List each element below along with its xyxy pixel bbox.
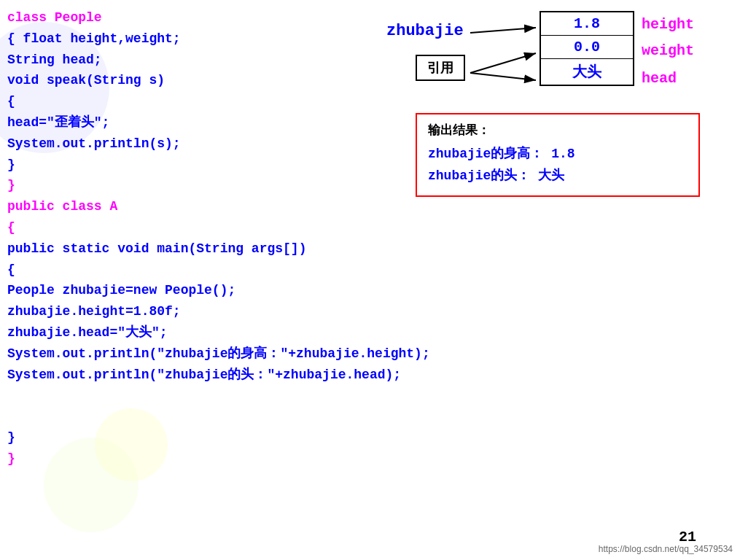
output-line1-val: 1.8 <box>551 147 575 161</box>
zhubajie-label: zhubajie <box>386 22 464 40</box>
head-label: head <box>642 70 677 87</box>
code-line-21: } <box>7 427 430 448</box>
code-block: class People { float height,weight; Stri… <box>0 0 430 470</box>
output-line2-key: zhubajie的头： <box>428 168 530 183</box>
code-line-11: { <box>7 217 430 238</box>
output-line-2: zhubajie的头： 大头 <box>428 166 688 184</box>
output-line-1: zhubajie的身高： 1.8 <box>428 144 688 162</box>
code-line-7: System.out.println(s); <box>7 133 430 155</box>
memory-row-weight: 0.0 <box>541 36 633 59</box>
svg-line-3 <box>470 73 536 80</box>
output-box: 输出结果： zhubajie的身高： 1.8 zhubajie的头： 大头 <box>416 113 700 197</box>
code-line-10: public class A <box>7 196 430 217</box>
code-line-8: } <box>7 155 430 176</box>
output-line2-val: 大头 <box>538 168 564 183</box>
code-line-9: } <box>7 175 430 196</box>
memory-row-head: 大头 <box>541 59 633 85</box>
code-line-4: void speak(String s) <box>7 70 430 91</box>
code-line-6: head="歪着头"; <box>7 112 430 133</box>
memory-box: 1.8 0.0 大头 <box>540 11 634 86</box>
code-line-2: { float height,weight; <box>7 28 430 50</box>
code-line-3: String head; <box>7 50 430 71</box>
code-line-22: } <box>7 448 430 470</box>
code-blank-1 <box>7 385 430 406</box>
page-number: 21 <box>679 529 696 545</box>
code-line-13: { <box>7 260 430 281</box>
height-label: height <box>642 16 694 33</box>
code-line-14: People zhubajie=new People(); <box>7 280 430 301</box>
code-line-17: System.out.println("zhubajie的身高："+zhubaj… <box>7 343 430 365</box>
code-blank-2 <box>7 406 430 427</box>
memory-row-height: 1.8 <box>541 12 633 36</box>
code-line-1: class People <box>7 7 430 28</box>
code-line-5: { <box>7 91 430 112</box>
page-url: https://blog.csdn.net/qq_34579534 <box>599 544 733 554</box>
yinyong-box: 引用 <box>416 55 465 81</box>
code-line-18: System.out.println("zhubajie的头："+zhubaji… <box>7 365 430 386</box>
output-line1-key: zhubajie的身高： <box>428 147 543 161</box>
code-line-12: public static void main(String args[]) <box>7 238 430 260</box>
code-line-15: zhubajie.height=1.80f; <box>7 301 430 322</box>
output-title: 输出结果： <box>428 122 688 139</box>
svg-line-2 <box>470 53 536 73</box>
code-line-16: zhubajie.head="大头"; <box>7 322 430 343</box>
svg-line-1 <box>470 28 536 33</box>
weight-label: weight <box>642 42 694 59</box>
